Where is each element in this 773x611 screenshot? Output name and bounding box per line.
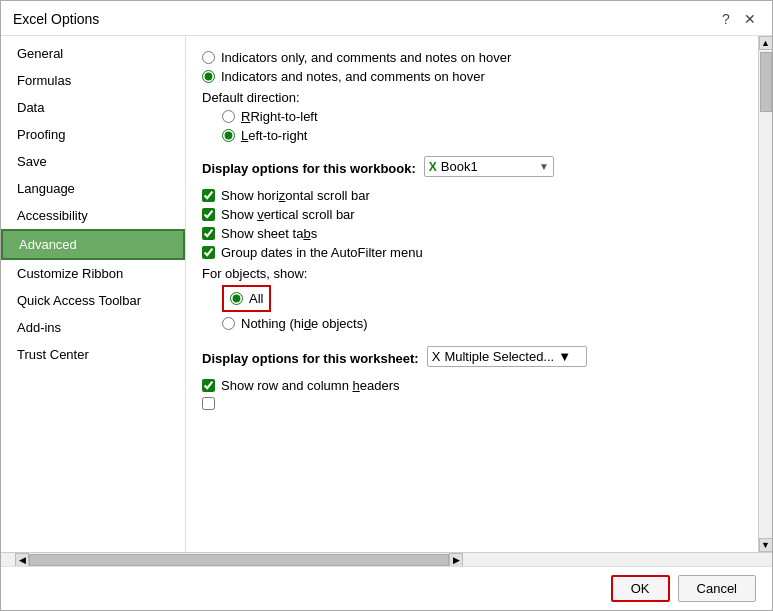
radio-indicators-only[interactable] (202, 51, 215, 64)
close-button[interactable]: ✕ (740, 9, 760, 29)
sidebar-item-language[interactable]: Language (1, 175, 185, 202)
radio-nothing[interactable] (222, 317, 235, 330)
cb-group-dates-label: Group dates in the AutoFilter menu (221, 245, 423, 260)
cb-row-col-headers[interactable] (202, 379, 215, 392)
workbook-name: Book1 (441, 159, 478, 174)
partial-row (202, 397, 742, 410)
worksheet-dropdown-arrow: ▼ (558, 349, 571, 364)
display-worksheet-label: Display options for this worksheet: (202, 351, 419, 366)
content-area: Indicators only, and comments and notes … (186, 36, 758, 552)
bottom-scrollbar: ◀ ▶ (1, 552, 772, 566)
workbook-dropdown-arrow: ▼ (539, 161, 549, 172)
cb-vertical-scroll-label: Show vertical scroll bar (221, 207, 355, 222)
default-direction-row: Default direction: (202, 90, 742, 105)
dialog-footer: OK Cancel (1, 566, 772, 610)
group-dates-row: Group dates in the AutoFilter menu (202, 245, 742, 260)
excel-options-dialog: Excel Options ? ✕ General Formulas Data … (0, 0, 773, 611)
cb-row-col-headers-label: Show row and column headers (221, 378, 400, 393)
sidebar-item-accessibility[interactable]: Accessibility (1, 202, 185, 229)
row-col-headers-row: Show row and column headers (202, 378, 742, 393)
radio-left-to-right[interactable] (222, 129, 235, 142)
radio-indicators-notes[interactable] (202, 70, 215, 83)
indicators-notes-row: Indicators and notes, and comments on ho… (202, 69, 742, 84)
vertical-scroll-row: Show vertical scroll bar (202, 207, 742, 222)
help-button[interactable]: ? (716, 9, 736, 29)
dialog-body: General Formulas Data Proofing Save Lang… (1, 36, 772, 552)
ok-button[interactable]: OK (611, 575, 670, 602)
default-direction-label: Default direction: (202, 90, 300, 105)
sidebar-item-data[interactable]: Data (1, 94, 185, 121)
h-scroll-thumb[interactable] (29, 554, 449, 566)
radio-left-to-right-label: Left-to-right (241, 128, 307, 143)
radio-right-to-left-label: RRight-to-left (241, 109, 318, 124)
right-to-left-row: RRight-to-left (222, 109, 742, 124)
right-scrollbar: ▲ ▼ (758, 36, 772, 552)
cb-vertical-scroll[interactable] (202, 208, 215, 221)
title-bar: Excel Options ? ✕ (1, 1, 772, 36)
for-objects-row: For objects, show: (202, 266, 742, 281)
scroll-down-arrow[interactable]: ▼ (759, 538, 773, 552)
cb-horizontal-scroll[interactable] (202, 189, 215, 202)
worksheet-excel-icon: X (432, 349, 441, 364)
title-bar-controls: ? ✕ (716, 9, 760, 29)
sidebar-item-advanced[interactable]: Advanced (1, 229, 185, 260)
sidebar-item-general[interactable]: General (1, 40, 185, 67)
horizontal-scroll-row: Show horizontal scroll bar (202, 188, 742, 203)
radio-right-to-left[interactable] (222, 110, 235, 123)
dialog-title: Excel Options (13, 11, 99, 27)
cancel-button[interactable]: Cancel (678, 575, 756, 602)
scroll-up-arrow[interactable]: ▲ (759, 36, 773, 50)
radio-indicators-only-label: Indicators only, and comments and notes … (221, 50, 511, 65)
sidebar-item-proofing[interactable]: Proofing (1, 121, 185, 148)
cb-sheet-tabs[interactable] (202, 227, 215, 240)
radio-all[interactable] (230, 292, 243, 305)
radio-indicators-notes-label: Indicators and notes, and comments on ho… (221, 69, 485, 84)
radio-all-box: All (222, 285, 271, 312)
sidebar-item-quick-access-toolbar[interactable]: Quick Access Toolbar (1, 287, 185, 314)
sidebar-item-save[interactable]: Save (1, 148, 185, 175)
scroll-left-arrow[interactable]: ◀ (15, 553, 29, 567)
radio-nothing-row: Nothing (hide objects) (222, 316, 742, 331)
excel-icon: X (429, 160, 437, 174)
display-worksheet-row: Display options for this worksheet: X Mu… (202, 341, 742, 372)
sidebar-item-add-ins[interactable]: Add-ins (1, 314, 185, 341)
cb-partial[interactable] (202, 397, 215, 410)
left-to-right-row: Left-to-right (222, 128, 742, 143)
indicators-only-row: Indicators only, and comments and notes … (202, 50, 742, 65)
radio-nothing-label: Nothing (hide objects) (241, 316, 367, 331)
scroll-thumb[interactable] (760, 52, 772, 112)
sidebar-item-customize-ribbon[interactable]: Customize Ribbon (1, 260, 185, 287)
display-workbook-row: Display options for this workbook: X Boo… (202, 151, 742, 182)
sidebar-item-formulas[interactable]: Formulas (1, 67, 185, 94)
cb-sheet-tabs-label: Show sheet tabs (221, 226, 317, 241)
sidebar-item-trust-center[interactable]: Trust Center (1, 341, 185, 368)
display-workbook-label: Display options for this workbook: (202, 161, 416, 176)
radio-all-label: All (249, 291, 263, 306)
worksheet-dropdown[interactable]: X Multiple Selected... ▼ (427, 346, 587, 367)
sheet-tabs-row: Show sheet tabs (202, 226, 742, 241)
worksheet-name: Multiple Selected... (444, 349, 554, 364)
workbook-dropdown[interactable]: X Book1 ▼ (424, 156, 554, 177)
scroll-right-arrow[interactable]: ▶ (449, 553, 463, 567)
cb-horizontal-scroll-label: Show horizontal scroll bar (221, 188, 370, 203)
for-objects-label: For objects, show: (202, 266, 308, 281)
sidebar: General Formulas Data Proofing Save Lang… (1, 36, 186, 552)
radio-all-row: All (222, 285, 742, 312)
cb-group-dates[interactable] (202, 246, 215, 259)
